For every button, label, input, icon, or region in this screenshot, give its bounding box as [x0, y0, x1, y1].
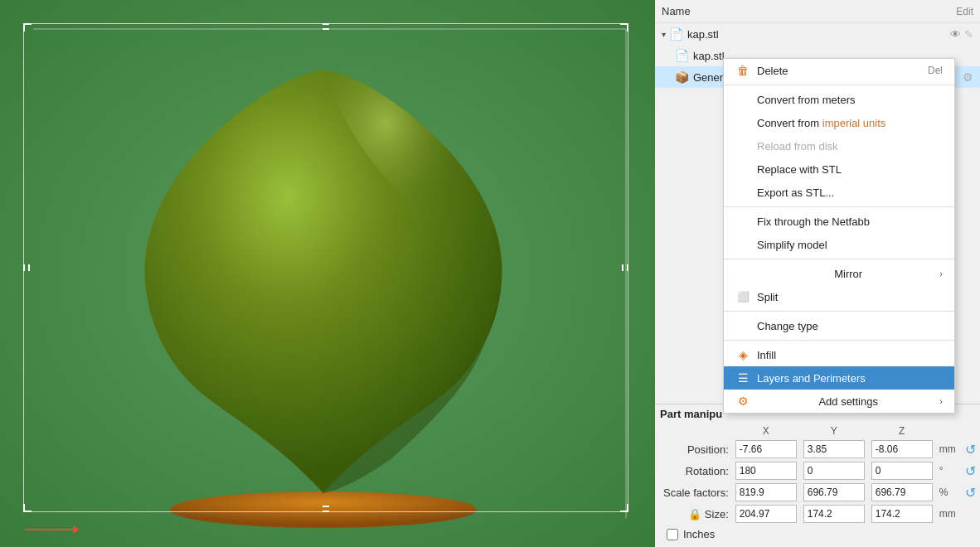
menu-item-mirror[interactable]: Mirror › — [724, 262, 954, 285]
table-row: 🔒 Size: mm — [660, 503, 980, 525]
object-list-header: Name Edit — [655, 0, 980, 23]
rotation-reset-button[interactable]: ↺ — [963, 462, 979, 479]
reload-label: Reload from disk — [757, 140, 838, 152]
menu-item-convert-meters[interactable]: Convert from meters — [724, 88, 954, 111]
delete-shortcut: Del — [928, 65, 943, 76]
size-z-cell — [868, 503, 936, 525]
position-x-input[interactable] — [735, 440, 797, 458]
size-y-input[interactable] — [803, 505, 865, 523]
size-unit: mm — [936, 503, 959, 525]
scale-label: Scale factors: — [660, 482, 732, 503]
x-axis-line — [25, 529, 75, 530]
split-label: Split — [757, 291, 778, 303]
mirror-label: Mirror — [834, 268, 862, 280]
scale-reset-cell: ↺ — [959, 482, 980, 503]
menu-item-simplify[interactable]: Simplify model — [724, 233, 954, 256]
menu-item-reload-disk[interactable]: Reload from disk — [724, 134, 954, 157]
delete-icon: 🗑 — [735, 64, 750, 77]
tree-arrow-kap: ▾ — [662, 30, 666, 39]
change-type-label: Change type — [757, 320, 818, 332]
imperial-highlight: imperial units — [822, 117, 886, 129]
simplify-label: Simplify model — [757, 239, 827, 251]
edit-icon-kap[interactable]: ✎ — [964, 28, 973, 41]
rotation-x-cell — [732, 460, 800, 482]
position-y-cell — [800, 438, 868, 460]
position-z-input[interactable] — [871, 440, 933, 458]
rotation-z-cell — [868, 460, 936, 482]
separator-5 — [724, 340, 954, 341]
separator-1 — [724, 85, 954, 85]
scale-y-input[interactable] — [803, 483, 865, 501]
scale-z-input[interactable] — [871, 483, 933, 501]
position-y-input[interactable] — [803, 440, 865, 458]
separator-4 — [724, 311, 954, 312]
scale-unit: % — [936, 482, 959, 503]
infill-label: Infill — [757, 349, 776, 361]
add-settings-chevron-icon: › — [939, 396, 943, 406]
rotation-z-input[interactable] — [871, 462, 933, 480]
rotation-reset-cell: ↺ — [959, 460, 980, 482]
delete-label: Delete — [757, 65, 788, 77]
rotation-unit: ° — [936, 460, 959, 482]
inches-row: Inches — [660, 525, 975, 544]
rotation-x-input[interactable] — [735, 462, 797, 480]
replace-label: Replace with STL — [757, 163, 842, 176]
lock-icon: 🔒 — [688, 508, 701, 520]
position-reset-cell: ↺ — [959, 438, 980, 460]
export-label: Export as STL... — [757, 186, 834, 199]
menu-item-add-settings[interactable]: ⚙ Add settings › — [724, 390, 954, 413]
menu-item-split[interactable]: ⬜ Split — [724, 285, 954, 308]
scale-z-cell — [868, 482, 936, 503]
position-label: Position: — [660, 438, 732, 460]
mirror-chevron-icon: › — [939, 269, 943, 278]
context-menu: 🗑 Delete Del Convert from meters Convert… — [723, 58, 955, 414]
settings-icon-generic-box[interactable]: ⚙ — [963, 70, 973, 84]
scale-x-input[interactable] — [735, 483, 797, 501]
menu-item-layers-perimeters[interactable]: ☰ Layers and Perimeters — [724, 366, 954, 390]
scale-x-cell — [732, 482, 800, 503]
size-reset-cell — [959, 503, 980, 525]
position-z-cell — [868, 438, 936, 460]
split-icon: ⬜ — [735, 291, 750, 303]
layers-icon: ☰ — [735, 371, 750, 385]
menu-item-convert-imperial[interactable]: Convert from imperial units — [724, 111, 954, 134]
edit-column-header: Edit — [956, 6, 973, 17]
add-settings-icon: ⚙ — [735, 395, 750, 408]
col-y-header: Y — [800, 424, 868, 438]
position-reset-button[interactable]: ↺ — [963, 441, 979, 457]
menu-item-delete[interactable]: 🗑 Delete Del — [724, 59, 954, 82]
scale-y-cell — [800, 482, 868, 503]
table-row: Position: mm ↺ — [660, 438, 980, 460]
position-x-cell — [732, 438, 800, 460]
menu-item-export-stl[interactable]: Export as STL... — [724, 181, 954, 204]
menu-item-replace-stl[interactable]: Replace with STL — [724, 157, 954, 181]
size-z-input[interactable] — [871, 505, 933, 523]
size-x-input[interactable] — [735, 505, 797, 523]
right-panel: Name Edit ▾ 📄 kap.stl 👁 ✎ 📄 kap.stl 📦 Ge… — [655, 0, 980, 547]
infill-icon: ◈ — [735, 348, 750, 361]
name-column-header: Name — [662, 5, 956, 17]
menu-item-infill[interactable]: ◈ Infill — [724, 343, 954, 366]
col-z-header: Z — [868, 424, 936, 438]
convert-meters-label: Convert from meters — [757, 94, 855, 106]
visibility-icon[interactable]: 👁 — [950, 28, 961, 41]
rotation-y-cell — [800, 460, 868, 482]
rotation-y-input[interactable] — [803, 462, 865, 480]
scale-reset-button[interactable]: ↺ — [963, 484, 979, 501]
3d-viewport[interactable] — [0, 0, 655, 547]
size-label: 🔒 Size: — [660, 503, 732, 525]
add-settings-label: Add settings — [818, 395, 878, 408]
generic-box-icon: 📦 — [675, 70, 689, 84]
rotation-label: Rotation: — [660, 460, 732, 482]
transform-table: X Y Z Position: — [660, 424, 980, 525]
col-x-header: X — [732, 424, 800, 438]
tree-item-kap-stl[interactable]: ▾ 📄 kap.stl 👁 ✎ — [655, 23, 980, 45]
inches-checkbox[interactable] — [667, 529, 678, 540]
table-row: Rotation: ° ↺ — [660, 460, 980, 482]
menu-item-change-type[interactable]: Change type — [724, 314, 954, 337]
kap-stl-label: kap.stl — [687, 28, 950, 41]
size-x-cell — [732, 503, 800, 525]
convert-imperial-label: Convert from imperial units — [757, 117, 885, 129]
inches-label: Inches — [683, 528, 715, 540]
menu-item-fix-netfabb[interactable]: Fix through the Netfabb — [724, 210, 954, 233]
